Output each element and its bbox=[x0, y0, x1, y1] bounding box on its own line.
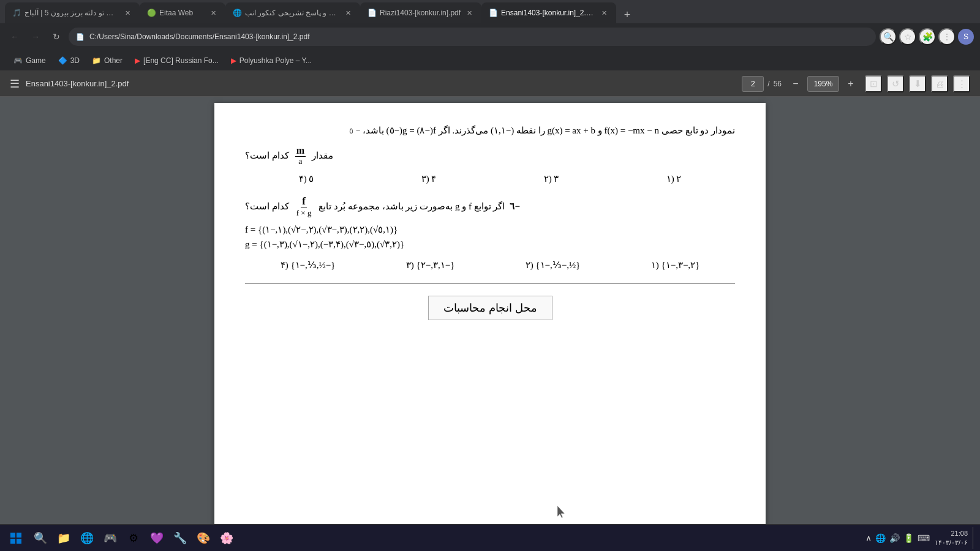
reload-button[interactable]: ↻ bbox=[48, 28, 65, 45]
bookmark-russian-label: [Eng CC] Russian Fo... bbox=[143, 56, 219, 65]
mouse-cursor bbox=[557, 506, 567, 520]
bookmark-3d-label: 3D bbox=[70, 56, 80, 65]
tab-1[interactable]: 🎵 هرچی تو دلته بریز بیرون 5 | آلباج... ✕ bbox=[5, 2, 140, 23]
pdf-more-button[interactable]: ⋮ bbox=[953, 75, 970, 92]
q5-numberlabel: − ٥ bbox=[349, 126, 360, 135]
pdf-menu-button[interactable]: ☰ bbox=[10, 77, 20, 91]
calculation-area: محل انجام محاسبات bbox=[245, 296, 735, 320]
q6-opt2-text: {½,−⅓,−١} (٢ bbox=[526, 260, 581, 271]
tab-3[interactable]: 🌐 سوالات و پاسخ تشریحی کنکور انب... ✕ bbox=[225, 2, 360, 23]
youtube-icon-2: ▶ bbox=[231, 56, 236, 65]
taskbar-chrome-icon[interactable]: 🌐 bbox=[76, 527, 98, 549]
game-icon: 🎮 bbox=[13, 56, 23, 65]
bookmark-game[interactable]: 🎮 Game bbox=[9, 53, 51, 68]
svg-rect-1 bbox=[17, 533, 21, 538]
taskbar-clock[interactable]: 21:08 ۱۴۰۳/۰۳/۰۶ bbox=[935, 529, 968, 547]
taskbar-time-text: 21:08 bbox=[935, 529, 968, 538]
tab-5-close[interactable]: ✕ bbox=[599, 8, 609, 18]
taskbar-app5-icon[interactable]: 🌸 bbox=[216, 527, 238, 549]
start-button[interactable] bbox=[5, 527, 27, 549]
q6-number: −٦ bbox=[510, 201, 520, 212]
back-button[interactable]: ← bbox=[6, 28, 23, 45]
tab-4-close[interactable]: ✕ bbox=[464, 8, 474, 18]
svg-rect-0 bbox=[10, 533, 15, 538]
extensions-button[interactable]: 🧩 bbox=[919, 28, 936, 45]
pdf-page-input[interactable] bbox=[742, 76, 764, 92]
bookmark-button[interactable]: ☆ bbox=[899, 28, 916, 45]
file-icon: 📄 bbox=[76, 33, 85, 41]
q5-question-row: مقدار m a کدام است؟ bbox=[245, 144, 735, 167]
forward-button[interactable]: → bbox=[27, 28, 44, 45]
new-tab-button[interactable]: + bbox=[619, 6, 636, 23]
tab-1-close[interactable]: ✕ bbox=[123, 8, 132, 18]
tab-5-label: Ensani1403-[konkur.in]_2.pdf bbox=[501, 9, 595, 17]
taskbar-search-icon[interactable]: 🔍 bbox=[29, 527, 51, 549]
pdf-download-button[interactable]: ⬇ bbox=[909, 75, 926, 92]
page-separator bbox=[245, 283, 735, 283]
pdf-page-separator: / bbox=[767, 80, 769, 88]
pdf-toolbar: ☰ Ensani1403-[konkur.in]_2.pdf / 56 − 19… bbox=[0, 71, 980, 97]
q6-fraction: f f × g bbox=[295, 195, 313, 218]
q5-suffix-text: مقدار bbox=[312, 150, 333, 161]
tab-1-favicon: 🎵 bbox=[12, 9, 21, 17]
q6-frac-num: f bbox=[301, 195, 307, 208]
bookmark-russian-fo[interactable]: ▶ [Eng CC] Russian Fo... bbox=[130, 53, 224, 68]
tab-5[interactable]: 📄 Ensani1403-[konkur.in]_2.pdf ✕ bbox=[481, 2, 616, 23]
tab-4[interactable]: 📄 Riazi1403-[konkur.in].pdf ✕ bbox=[360, 2, 481, 23]
q6-opt4-text: {−½,⅓,−١} (۴ bbox=[281, 260, 336, 271]
tab-3-favicon: 🌐 bbox=[233, 9, 241, 17]
taskbar-app4-icon[interactable]: 🎨 bbox=[192, 527, 214, 549]
g-set-row: g = {(٣,−١),(√٢,−١),(−٣,۴),(√٥,−٣),(√٣,٢… bbox=[245, 239, 735, 250]
taskbar-battery-icon: 🔋 bbox=[903, 533, 914, 543]
bookmark-other[interactable]: 📁 Other bbox=[87, 53, 127, 68]
profile-button[interactable]: S bbox=[958, 29, 974, 45]
pdf-print-button[interactable]: 🖨 bbox=[931, 75, 948, 92]
tab-4-label: Riazi1403-[konkur.in].pdf bbox=[380, 9, 461, 17]
zoom-button[interactable]: 🔍 bbox=[880, 28, 897, 45]
taskbar-files-icon[interactable]: 📁 bbox=[53, 527, 75, 549]
bookmark-3d[interactable]: 🔷 3D bbox=[53, 53, 85, 68]
pdf-zoom-controls: − 195% + bbox=[788, 76, 859, 92]
nav-bar: ← → ↻ 📄 C:/Users/Sina/Downloads/Document… bbox=[0, 23, 980, 50]
tab-2-close[interactable]: ✕ bbox=[208, 8, 218, 18]
pdf-zoom-in-button[interactable]: + bbox=[843, 76, 859, 92]
taskbar-volume-icon[interactable]: 🔊 bbox=[889, 533, 900, 543]
bookmark-polyushka[interactable]: ▶ Polyushka Polye – Y... bbox=[226, 53, 317, 68]
q6-header: −٦ اگر توابع f و g به‌صورت زیر باشد، مجم… bbox=[245, 195, 735, 218]
tab-2[interactable]: 🟢 Eitaa Web ✕ bbox=[140, 2, 225, 23]
taskbar-app2-icon[interactable]: 💜 bbox=[146, 527, 168, 549]
q5-option-2: ٣ (٢ bbox=[544, 173, 559, 184]
pdf-zoom-out-button[interactable]: − bbox=[788, 76, 804, 92]
q6-option-4: {−½,⅓,−١} (۴ bbox=[281, 260, 336, 271]
f-set-row: f = {(١,−١),(√٢,−٢),(√٣,−٣),(٢,٢),(√٥,١)… bbox=[245, 224, 735, 235]
q6-frac-den: f × g bbox=[295, 208, 313, 218]
taskbar-chevron-icon[interactable]: ∧ bbox=[865, 533, 872, 543]
q5-options-row: ٥ (۴ ۴ (٣ ٣ (٢ ٢ (١ bbox=[245, 173, 735, 184]
bookmark-polyushka-label: Polyushka Polye – Y... bbox=[239, 56, 312, 65]
taskbar-sys-icons: ∧ 🌐 🔊 🔋 ⌨ bbox=[865, 533, 930, 543]
g-set-text: g = {(٣,−١),(√٢,−١),(−٣,۴),(√٥,−٣),(√٣,٢… bbox=[245, 239, 404, 249]
tab-bar: 🎵 هرچی تو دلته بریز بیرون 5 | آلباج... ✕… bbox=[0, 0, 980, 23]
pdf-title: Ensani1403-[konkur.in]_2.pdf bbox=[26, 79, 736, 88]
tab-3-close[interactable]: ✕ bbox=[343, 8, 353, 18]
pdf-fit-page-button[interactable]: ⊡ bbox=[865, 75, 882, 92]
taskbar-show-desktop[interactable] bbox=[973, 527, 975, 549]
q5-opt2-text: ٣ (٢ bbox=[544, 173, 559, 184]
address-bar[interactable]: 📄 C:/Users/Sina/Downloads/Documents/Ensa… bbox=[69, 28, 876, 46]
tab-2-label: Eitaa Web bbox=[159, 9, 205, 17]
calculation-box: محل انجام محاسبات bbox=[428, 296, 552, 320]
q5-opt4-text: ٥ (۴ bbox=[299, 173, 314, 184]
q6-option-1: {٢,−٣,−١} (١ bbox=[651, 260, 700, 271]
pdf-right-controls: ⊡ ↺ ⬇ 🖨 ⋮ bbox=[865, 75, 970, 92]
calculation-box-label: محل انجام محاسبات bbox=[443, 302, 537, 314]
taskbar-app1-icon[interactable]: ⚙ bbox=[123, 527, 145, 549]
settings-button[interactable]: ⋮ bbox=[938, 28, 956, 45]
taskbar-app3-icon[interactable]: 🔧 bbox=[169, 527, 191, 549]
bookmark-game-label: Game bbox=[26, 56, 46, 65]
q5-opt3-text: ۴ (٣ bbox=[421, 173, 437, 184]
svg-rect-3 bbox=[17, 539, 21, 544]
taskbar-steam-icon[interactable]: 🎮 bbox=[99, 527, 121, 549]
q5-frac-numerator: m bbox=[295, 144, 306, 157]
pdf-rotate-button[interactable]: ↺ bbox=[887, 75, 904, 92]
q6-prefix-text: اگر توابع f و g به‌صورت زیر باشد، مجموعه… bbox=[318, 201, 505, 212]
